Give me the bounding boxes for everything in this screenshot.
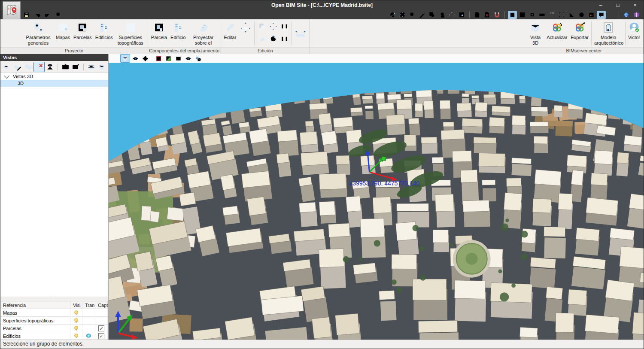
terrain-layer-icon[interactable] xyxy=(164,55,173,62)
selection-box-icon[interactable] xyxy=(557,11,566,19)
table-row-mapas[interactable]: Mapas xyxy=(0,309,108,317)
search-icon[interactable] xyxy=(54,11,63,19)
origin-icon[interactable] xyxy=(528,11,537,19)
shaded-view-icon[interactable] xyxy=(120,54,130,63)
actualizar-button[interactable]: Actualizar xyxy=(545,20,569,47)
edit-nodes-icon xyxy=(240,21,252,34)
section-box-icon[interactable] xyxy=(86,62,97,72)
orbit-icon[interactable] xyxy=(141,55,150,62)
user-account-button[interactable]: Victor xyxy=(626,20,642,47)
zoom-window-icon[interactable] xyxy=(428,11,437,19)
maximize-button[interactable]: □ xyxy=(609,0,626,10)
toolbar-separator xyxy=(619,11,619,18)
red-frame-panel-icon[interactable] xyxy=(154,55,163,62)
camera-restore-icon[interactable] xyxy=(70,62,81,72)
ruler-panel-icon[interactable] xyxy=(174,55,183,62)
camera-capture-icon[interactable] xyxy=(60,62,71,72)
visibility-bulb-icon[interactable] xyxy=(70,332,82,340)
rotate-icon[interactable] xyxy=(268,34,278,44)
pan-icon[interactable] xyxy=(437,11,447,19)
zoom-extents-icon[interactable] xyxy=(398,11,407,19)
work-planes-icon[interactable] xyxy=(587,11,596,19)
vista-3d-button[interactable]: Vista 3D xyxy=(526,20,545,47)
minimize-button[interactable]: – xyxy=(592,0,609,10)
mirror-icon[interactable] xyxy=(279,34,289,44)
cut-icon[interactable] xyxy=(607,11,616,19)
view-new-icon[interactable] xyxy=(2,62,12,72)
hide-elements-icon[interactable] xyxy=(184,55,193,62)
tree-group-vistas-3d[interactable]: Vistas 3D xyxy=(0,73,108,80)
mapas-button[interactable]: Mapas xyxy=(54,20,72,47)
language-globe-icon[interactable] xyxy=(622,11,631,19)
grid-icon[interactable] xyxy=(518,11,527,19)
table-row-superficies[interactable]: Superficies topográficas xyxy=(0,317,108,325)
comment-icon[interactable] xyxy=(597,11,606,19)
table-header-row: Referencia Visi Tran Capt xyxy=(0,301,108,309)
visibility-bulb-icon[interactable] xyxy=(70,317,82,324)
send-to-view-icon[interactable] xyxy=(457,11,466,19)
tree-item-3d[interactable]: 3D xyxy=(0,80,108,87)
transparency-cube-icon[interactable] xyxy=(82,332,95,340)
modelo-arquitectonico-button[interactable]: Modelo arquitectónico xyxy=(592,20,624,47)
editar-button[interactable]: Editar xyxy=(222,20,238,47)
view-edit-icon[interactable] xyxy=(12,62,23,72)
mirror-copy-icon[interactable] xyxy=(279,21,289,32)
3d-settings-icon[interactable] xyxy=(194,55,203,62)
capture-checkbox[interactable]: ✓ xyxy=(95,332,108,340)
ribbon: Parámetros generales Mapas Parcelas Edif… xyxy=(0,19,644,55)
move-icon[interactable] xyxy=(268,21,278,32)
close-button[interactable]: × xyxy=(626,0,644,10)
parcelas-button[interactable]: Parcelas xyxy=(72,20,94,47)
help-book-icon[interactable] xyxy=(632,11,641,19)
group-label-bimserver: BIMserver.center xyxy=(525,47,643,54)
measure-icon xyxy=(295,27,307,40)
snap-magnet-icon[interactable] xyxy=(492,11,501,19)
edit-nodes-button[interactable] xyxy=(238,20,253,47)
table-row-parcelas[interactable]: Parcelas ✓ xyxy=(0,325,108,332)
3d-scene[interactable]: 439953,790, 4475770,140 xyxy=(109,63,644,340)
panel-splitter[interactable]: ···· xyxy=(0,297,108,301)
save-icon[interactable] xyxy=(22,11,31,19)
textures-icon[interactable] xyxy=(131,55,140,62)
table-row-edificios[interactable]: Edificios ✓ xyxy=(0,332,108,340)
ribbon-spacer xyxy=(310,19,525,54)
view-cone-icon[interactable] xyxy=(45,62,55,72)
visibility-bulb-icon[interactable] xyxy=(70,309,82,316)
group-separator xyxy=(254,21,255,46)
erase-icon[interactable] xyxy=(257,34,267,44)
app-menu-button[interactable] xyxy=(3,1,21,19)
visibility-bulb-icon[interactable] xyxy=(70,325,82,332)
exportar-button[interactable]: Exportar xyxy=(569,20,590,47)
undo-icon[interactable] xyxy=(33,11,42,19)
move-view-icon[interactable] xyxy=(447,11,456,19)
view-delete-icon[interactable] xyxy=(33,62,45,72)
building-frame-icon xyxy=(602,21,614,34)
dxf-template-icon[interactable] xyxy=(473,11,482,19)
coordinate-bar-icon[interactable] xyxy=(538,11,547,19)
redo-icon[interactable] xyxy=(43,11,52,19)
superficies-topograficas-button[interactable]: Superficies topográficas xyxy=(115,20,146,47)
ribbon-group-edicion: Editar Edición xyxy=(221,19,310,54)
axes-icon[interactable] xyxy=(110,55,119,62)
redraw-icon[interactable] xyxy=(418,11,427,19)
selection-frame-icon[interactable] xyxy=(508,11,517,19)
dimension-icon[interactable] xyxy=(547,11,556,19)
capture-checkbox[interactable]: ✓ xyxy=(95,325,108,332)
dxf-layers-icon[interactable] xyxy=(483,11,492,19)
map-icon xyxy=(57,21,69,34)
edificios-button[interactable]: Edificios xyxy=(94,20,115,47)
parametros-generales-button[interactable]: Parámetros generales xyxy=(22,20,54,47)
set-square-icon[interactable] xyxy=(567,11,576,19)
zoom-previous-icon[interactable] xyxy=(408,11,417,19)
section-box-edit-icon[interactable] xyxy=(96,62,107,72)
group-label-proyecto: Proyecto xyxy=(0,47,148,54)
copy-icon[interactable] xyxy=(257,21,267,32)
circle-reference-icon[interactable] xyxy=(577,11,586,19)
chevron-down-icon[interactable] xyxy=(4,73,9,79)
view-duplicate-icon[interactable] xyxy=(23,62,33,72)
measure-button[interactable] xyxy=(293,20,308,47)
parcel-icon xyxy=(153,21,165,34)
group-separator xyxy=(292,21,292,46)
quick-access-toolbar xyxy=(22,11,63,19)
orbit-rotate-icon[interactable] xyxy=(388,11,397,19)
